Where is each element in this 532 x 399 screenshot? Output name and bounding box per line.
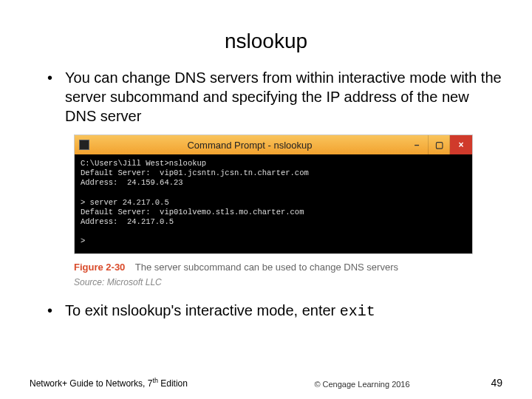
book-title-prefix: Network+ Guide to Networks, 7 [30,378,152,389]
minimize-button[interactable]: – [406,135,428,154]
command-prompt-window: Command Prompt - nslookup – ▢ × C:\Users… [74,134,473,254]
source-value: Microsoft LLC [107,277,162,287]
bullet-list: You can change DNS servers from within i… [44,68,502,126]
figure-source: Source: Microsoft LLC [74,277,502,287]
page-title: nslookup [30,30,502,53]
figure-caption: The server subcommand can be used to cha… [135,262,398,273]
bullet-text: To exit nslookup's interactive mode, ent… [65,302,340,318]
terminal-body: C:\Users\Jill West>nslookup Default Serv… [75,154,472,253]
close-button[interactable]: × [450,135,472,154]
window-controls: – ▢ × [406,135,472,154]
figure-label: Figure 2-30 [74,262,125,273]
terminal-line: > server 24.217.0.5 [81,198,169,207]
terminal-line: Default Server: vip01.jcsntn.jcsn.tn.cha… [81,168,309,177]
terminal-line: C:\Users\Jill West>nslookup [81,159,206,168]
terminal-line: Address: 24.217.0.5 [81,217,174,226]
terminal-line: Default Server: vip01olvemo.stls.mo.char… [81,208,304,216]
terminal-line: > [81,236,85,245]
figure-caption-row: Figure 2-30 The server subcommand can be… [74,262,502,273]
source-prefix: Source: [74,277,104,287]
terminal-line: Address: 24.159.64.23 [81,178,183,187]
book-title: Network+ Guide to Networks, 7th Edition [30,377,251,389]
copyright: © Cengage Learning 2016 [251,380,473,389]
exit-command: exit [340,303,375,320]
edition-ordinal: th [152,377,158,384]
bullet-item: To exit nslookup's interactive mode, ent… [44,301,502,321]
maximize-button[interactable]: ▢ [428,135,450,154]
window-title: Command Prompt - nslookup [94,140,406,151]
page-number: 49 [473,377,502,389]
book-title-suffix: Edition [158,378,188,389]
slide-footer: Network+ Guide to Networks, 7th Edition … [30,377,502,389]
bullet-list-2: To exit nslookup's interactive mode, ent… [44,301,502,321]
bullet-item: You can change DNS servers from within i… [44,68,502,126]
window-titlebar: Command Prompt - nslookup – ▢ × [75,135,472,154]
cmd-icon [79,140,89,150]
